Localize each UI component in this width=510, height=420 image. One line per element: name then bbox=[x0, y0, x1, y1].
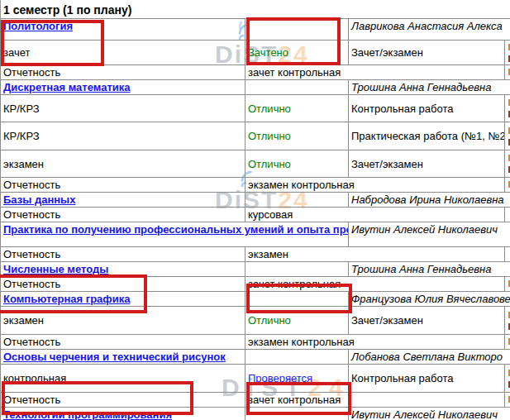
course-link[interactable]: Базы данных bbox=[3, 193, 75, 206]
assessment-type: КР/КРЗ bbox=[3, 130, 40, 142]
report-label: Отчетность bbox=[3, 179, 60, 191]
grade-row: КР/КРЗ Отлично Контрольная работа bbox=[1, 95, 510, 122]
report-label: Отчетность bbox=[3, 248, 60, 260]
clipped-next-column-cell bbox=[505, 178, 510, 193]
teacher-cell: Ивутин Алексей Николаевич bbox=[349, 222, 510, 247]
grade-cell: Отлично bbox=[245, 122, 349, 150]
report-row: Отчетность курсовая bbox=[1, 208, 510, 222]
highlight-annotation-box bbox=[2, 381, 193, 415]
teacher-name: Ивутин Алексей Николаевич bbox=[351, 408, 498, 420]
teacher-name: Лаврикова Анастасия Алекса bbox=[351, 20, 503, 32]
work-type-cell: Контрольная работа bbox=[349, 365, 505, 393]
report-value: экзамен контрольная bbox=[248, 179, 355, 191]
empty-cell bbox=[245, 80, 349, 95]
report-label-cell: Отчетность bbox=[1, 208, 245, 222]
course-link[interactable]: Численные методы bbox=[3, 263, 108, 275]
highlight-annotation-box bbox=[246, 17, 341, 65]
report-label: Отчетность bbox=[3, 66, 60, 79]
highlight-annotation-box bbox=[1, 20, 104, 66]
empty-cell bbox=[245, 193, 349, 208]
report-label-cell: Отчетность bbox=[1, 178, 245, 193]
clipped-next-column-cell bbox=[505, 41, 510, 65]
work-type-cell: Контрольная работа bbox=[349, 95, 505, 122]
clipped-next-column-cell bbox=[505, 307, 510, 335]
work-type-cell: Зачет/экзамен bbox=[349, 41, 505, 65]
report-label-cell: Отчетность bbox=[1, 335, 245, 350]
teacher-name: Французова Юлия Вячеславове bbox=[351, 293, 510, 305]
clipped-next-column-cell bbox=[505, 122, 510, 150]
course-row: Практика по получению профессиональных у… bbox=[1, 222, 510, 247]
work-type: Зачет/экзамен bbox=[351, 314, 423, 327]
highlight-annotation-box bbox=[0, 274, 147, 313]
course-row: Дискретная математика Трошина Анна Генна… bbox=[1, 80, 510, 95]
grade-value: Отлично bbox=[248, 314, 291, 327]
teacher-name: Трошина Анна Геннадьевна bbox=[351, 263, 492, 275]
course-link[interactable]: Практика по получению профессиональных у… bbox=[3, 223, 349, 236]
work-type: Контрольная работа bbox=[351, 372, 453, 384]
work-type: Зачет/экзамен bbox=[351, 158, 423, 170]
report-value: экзамен контрольная bbox=[248, 336, 355, 348]
course-row: Основы черчения и технический рисунок Ло… bbox=[1, 350, 510, 365]
clipped-next-column-cell bbox=[505, 208, 510, 222]
report-label-cell: Отчетность bbox=[1, 65, 245, 80]
grade-value: Отлично bbox=[248, 103, 291, 115]
course-name-cell: Основы черчения и технический рисунок bbox=[1, 350, 245, 365]
report-value-cell: экзамен контрольная bbox=[245, 178, 505, 193]
clipped-next-column-cell bbox=[505, 95, 510, 122]
teacher-name: Набродова Ирина Николаевна bbox=[351, 193, 504, 206]
highlight-annotation-box bbox=[246, 284, 352, 313]
report-value-cell: экзамен контрольная bbox=[245, 335, 505, 350]
teacher-name: Лобанова Светлана Викторо bbox=[351, 351, 503, 363]
course-row: Базы данных Набродова Ирина Николаевна bbox=[1, 193, 510, 208]
work-type-cell: Практическая работа (№1, №2) bbox=[349, 122, 505, 150]
course-link[interactable]: Основы черчения и технический рисунок bbox=[3, 351, 226, 363]
teacher-cell: Набродова Ирина Николаевна bbox=[349, 193, 510, 208]
grade-value: Отлично bbox=[248, 130, 291, 142]
course-link[interactable]: Дискретная математика bbox=[3, 81, 131, 93]
work-type: Зачет/экзамен bbox=[351, 46, 423, 59]
report-value-cell: курсовая bbox=[245, 208, 505, 222]
report-value-cell: зачет контрольная bbox=[245, 65, 505, 80]
course-name-cell: Базы данных bbox=[1, 193, 245, 208]
teacher-cell: Ивутин Алексей Николаевич bbox=[349, 408, 510, 420]
grade-cell: Отлично bbox=[245, 95, 349, 122]
clipped-next-column-cell bbox=[505, 335, 510, 350]
report-label: Отчетность bbox=[3, 208, 60, 221]
grade-row: КР/КРЗ Отлично Практическая работа (№1, … bbox=[1, 122, 510, 150]
teacher-cell: Трошина Анна Геннадьевна bbox=[349, 262, 510, 277]
teacher-name: Ивутин Алексей Николаевич bbox=[351, 223, 498, 236]
report-value: зачет контрольная bbox=[248, 66, 341, 79]
assessment-type-cell: КР/КРЗ bbox=[1, 95, 245, 122]
work-type: Практическая работа (№1, №2) bbox=[351, 130, 505, 142]
grade-value: Отлично bbox=[248, 158, 291, 170]
semester-grades-screen: DiST24 DiST24 DiST24 1 семестр (1 по пла… bbox=[0, 0, 510, 420]
empty-cell bbox=[245, 350, 349, 365]
teacher-cell: Лобанова Светлана Викторо bbox=[349, 350, 510, 365]
work-type: Контрольная работа bbox=[351, 103, 453, 115]
report-row: Отчетность экзамен bbox=[1, 247, 510, 262]
report-row: Отчетность экзамен контрольная bbox=[1, 335, 510, 350]
report-value: курсовая bbox=[248, 208, 293, 221]
clipped-next-column-cell bbox=[505, 277, 510, 292]
clipped-next-column-cell bbox=[505, 150, 510, 178]
teacher-cell: Лаврикова Анастасия Алекса bbox=[349, 19, 510, 41]
course-name-cell: Дискретная математика bbox=[1, 80, 245, 95]
clipped-next-column-cell bbox=[505, 247, 510, 262]
grade-row: экзамен Отлично Зачет/экзамен bbox=[1, 150, 510, 178]
clipped-next-column-cell bbox=[505, 365, 510, 393]
clipped-next-column-cell bbox=[505, 393, 510, 408]
course-name-cell: Практика по получению профессиональных у… bbox=[1, 222, 349, 247]
assessment-type-cell: экзамен bbox=[1, 150, 245, 178]
semester-grades-table: Политология Лаврикова Анастасия Алекса з… bbox=[0, 18, 510, 420]
work-type-cell: Зачет/экзамен bbox=[349, 150, 505, 178]
assessment-type-cell: КР/КРЗ bbox=[1, 122, 245, 150]
report-row: Отчетность зачет контрольная bbox=[1, 65, 510, 80]
work-type-cell: Зачет/экзамен bbox=[349, 307, 505, 335]
report-label-cell: Отчетность bbox=[1, 247, 245, 262]
assessment-type: экзамен bbox=[3, 314, 44, 327]
page-title: 1 семестр (1 по плану) bbox=[0, 0, 510, 18]
teacher-cell: Французова Юлия Вячеславове bbox=[349, 292, 510, 307]
empty-cell bbox=[245, 262, 349, 277]
assessment-type: экзамен bbox=[3, 158, 44, 170]
report-row: Отчетность экзамен контрольная bbox=[1, 178, 510, 193]
